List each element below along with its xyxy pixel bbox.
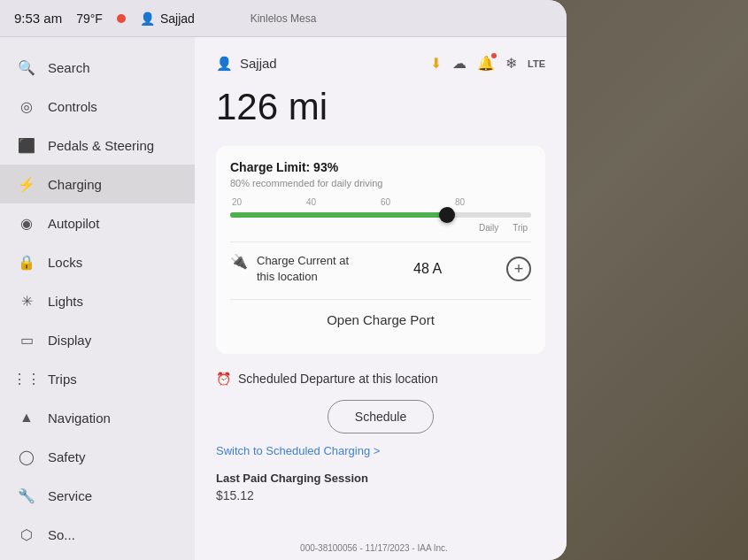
sidebar-item-navigation[interactable]: ▲ Navigation [0,398,195,437]
charge-current-left: 🔌 Charge Current atthis location [230,253,349,285]
sidebar-label-display: Display [48,333,91,348]
sidebar-label-service: Service [48,488,92,503]
safety-icon: ◯ [18,448,35,465]
sidebar-item-locks[interactable]: 🔒 Locks [0,242,195,281]
sidebar-label-lights: Lights [48,294,83,309]
schedule-button[interactable]: Schedule [328,400,434,433]
charge-limit-title: Charge Limit: 93% [230,160,338,174]
charge-current-row: 🔌 Charge Current atthis location 48 A + [230,242,531,295]
top-user-row: 👤 Sajjad ⬇ ☁ 🔔 ❄ LTE [216,55,545,72]
sidebar-item-software[interactable]: ⬡ So... [0,515,195,554]
lte-signal-icon: LTE [528,58,545,69]
charge-card: Charge Limit: 93% 80% recommended for da… [216,146,545,354]
sidebar-label-safety: Safety [48,449,86,464]
status-bar: 9:53 am 79°F Kinlelos Mesa 👤 Sajjad [0,0,567,37]
download-icon: ⬇ [430,55,442,72]
panel-username-text: Sajjad [240,56,277,71]
main-content: 🔍 Search ◎ Controls ⬛ Pedals & Steering … [0,37,567,560]
sidebar-item-pedals[interactable]: ⬛ Pedals & Steering [0,126,195,165]
time-display: 9:53 am [14,11,62,26]
sidebar-item-autopilot[interactable]: ◉ Autopilot [0,203,195,242]
controls-icon: ◎ [18,97,35,115]
sidebar-item-service[interactable]: 🔧 Service [0,476,195,515]
sidebar-item-safety[interactable]: ◯ Safety [0,437,195,476]
last-session: Last Paid Charging Session $15.12 [216,472,545,502]
sidebar-label-search: Search [48,60,90,75]
slider-track [230,212,531,218]
sidebar-label-charging: Charging [48,177,102,192]
sidebar-item-trips[interactable]: ⋮⋮ Trips [0,359,195,398]
slider-fill [230,212,447,218]
sidebar-label-trips: Trips [48,372,77,387]
scheduled-departure-title: ⏰ Scheduled Departure at this location [216,372,545,386]
slider-label-80: 80 [455,197,465,207]
last-session-title: Last Paid Charging Session [216,472,545,485]
service-icon: 🔧 [18,487,35,504]
sidebar: 🔍 Search ◎ Controls ⬛ Pedals & Steering … [0,37,195,560]
cloud-icon: ☁ [452,55,467,72]
sidebar-item-display[interactable]: ▭ Display [0,320,195,359]
pedals-icon: ⬛ [18,136,35,154]
software-icon: ⬡ [18,525,35,543]
navigation-icon: ▲ [18,409,35,426]
tesla-screen: 9:53 am 79°F Kinlelos Mesa 👤 Sajjad 🔍 Se… [0,0,567,560]
charge-limit-header: Charge Limit: 93% [230,160,531,174]
sidebar-label-navigation: Navigation [48,410,111,426]
sidebar-label-pedals: Pedals & Steering [48,138,154,153]
slider-thumb[interactable] [439,207,455,223]
search-icon: 🔍 [18,58,35,76]
notification-bell-icon: 🔔 [477,55,495,72]
snowflake-icon: ❄ [505,55,517,72]
clock-icon: ⏰ [216,372,231,386]
person-icon: 👤 [140,12,155,26]
location-name: Kinlelos Mesa [251,12,317,25]
daily-label: Daily [479,223,498,233]
slider-labels: 20 40 60 80 [230,197,531,207]
charge-limit-subtitle: 80% recommended for daily driving [230,178,531,188]
temperature-display: 79°F [76,12,103,26]
charge-current-value: 48 A [413,261,442,277]
charge-current-label: Charge Current atthis location [257,253,349,285]
sidebar-label-software: So... [48,527,75,542]
slider-label-20: 20 [232,197,242,207]
sidebar-item-controls[interactable]: ◎ Controls [0,87,195,126]
open-charge-port-button[interactable]: Open Charge Port [230,299,531,340]
lights-icon: ✳ [18,292,35,310]
sidebar-item-search[interactable]: 🔍 Search [0,48,195,87]
increase-current-button[interactable]: + [506,257,531,281]
slider-label-60: 60 [381,197,390,207]
status-user-info: 👤 Sajjad [140,12,195,26]
autopilot-icon: ◉ [18,214,35,232]
sidebar-label-autopilot: Autopilot [48,216,99,231]
sidebar-label-controls: Controls [48,99,97,114]
record-indicator [117,14,126,23]
sidebar-item-lights[interactable]: ✳ Lights [0,281,195,320]
trip-label: Trip [513,223,528,233]
scheduled-departure-section: ⏰ Scheduled Departure at this location S… [216,372,545,502]
trips-icon: ⋮⋮ [18,370,35,387]
sidebar-label-locks: Locks [48,255,82,270]
scheduled-title-text: Scheduled Departure at this location [238,372,438,386]
sidebar-item-charging[interactable]: ⚡ Charging [0,165,195,203]
slider-label-40: 40 [306,197,316,207]
right-panel: 👤 Sajjad ⬇ ☁ 🔔 ❄ LTE 126 mi Charge Limit… [195,37,567,560]
panel-person-icon: 👤 [216,56,233,72]
auction-info: 000-38100056 - 11/17/2023 - IAA Inc. [300,543,448,553]
last-session-amount: $15.12 [216,488,545,502]
charging-icon: ⚡ [18,175,35,193]
lock-icon: 🔒 [18,253,35,271]
display-icon: ▭ [18,331,35,349]
charge-slider[interactable]: 20 40 60 80 Daily Trip [230,197,531,233]
range-display: 126 mi [216,86,545,128]
status-username: Sajjad [160,12,195,26]
switch-to-scheduled-charging-link[interactable]: Switch to Scheduled Charging > [216,444,545,457]
panel-top-icons: ⬇ ☁ 🔔 ❄ LTE [430,55,545,72]
panel-user-name: 👤 Sajjad [216,56,277,72]
plug-icon: 🔌 [230,253,248,270]
